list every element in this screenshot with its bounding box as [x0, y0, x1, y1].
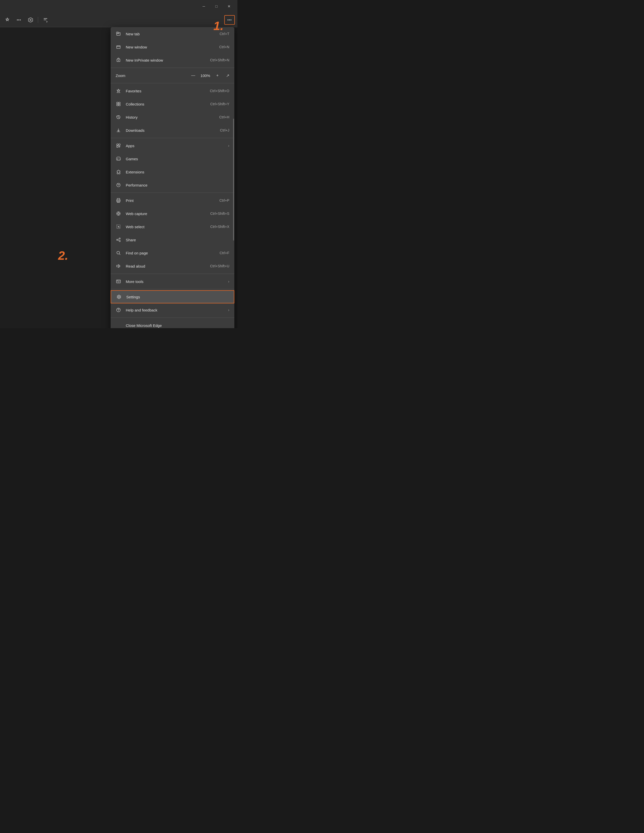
menu-item-web-capture[interactable]: Web capture Ctrl+Shift+S: [111, 207, 234, 220]
zoom-row: Zoom — 100% + ↗: [111, 69, 234, 82]
more-toolbar-icon[interactable]: •••: [14, 15, 24, 25]
svg-rect-14: [117, 104, 118, 106]
menu-item-collections[interactable]: Collections Ctrl+Shift+Y: [111, 97, 234, 111]
browser-menu-dropdown: New tab Ctrl+T New window Ctrl+N New InP…: [111, 27, 234, 328]
toolbar-separator: [38, 17, 38, 23]
menu-item-web-select[interactable]: Web select Ctrl+Shift+X: [111, 220, 234, 233]
more-tools-icon: [116, 279, 121, 284]
svg-point-27: [118, 185, 119, 185]
menu-scrollbar-thumb: [233, 119, 234, 241]
svg-point-26: [119, 159, 120, 159]
svg-rect-7: [117, 46, 120, 48]
svg-point-41: [119, 241, 121, 242]
divider-5: [111, 273, 234, 274]
menu-item-find-on-page[interactable]: Find on page Ctrl+F: [111, 246, 234, 259]
menu-item-games[interactable]: Games: [111, 152, 234, 165]
divider-3: [111, 138, 234, 138]
reading-list-icon[interactable]: [41, 15, 50, 25]
find-icon: [116, 250, 121, 256]
svg-point-50: [118, 296, 120, 298]
games-icon: [116, 156, 121, 162]
menu-item-history[interactable]: History Ctrl+H: [111, 111, 234, 124]
svg-point-10: [118, 60, 119, 61]
menu-item-more-tools[interactable]: More tools ›: [111, 275, 234, 288]
svg-rect-13: [119, 102, 120, 104]
step2-badge: 2.: [58, 249, 68, 262]
close-edge-icon: [116, 323, 121, 328]
downloads-icon: [116, 127, 121, 133]
browser-toolbar: ••• 1. •••: [0, 13, 237, 27]
apps-icon: [116, 143, 121, 148]
performance-icon: [116, 182, 121, 188]
svg-point-25: [119, 159, 119, 159]
history-icon: [116, 114, 121, 120]
share-icon: [116, 237, 121, 243]
read-aloud-icon: [116, 263, 121, 269]
zoom-plus-button[interactable]: +: [214, 72, 221, 79]
svg-rect-1: [44, 19, 46, 20]
menu-item-settings[interactable]: Settings: [111, 290, 234, 304]
close-button[interactable]: ✕: [223, 2, 235, 11]
svg-rect-46: [116, 280, 121, 283]
menu-item-help-feedback[interactable]: Help and feedback ›: [111, 304, 234, 317]
svg-rect-28: [117, 198, 120, 199]
svg-rect-15: [119, 104, 120, 106]
help-icon: [116, 307, 121, 313]
settings-icon: [116, 294, 122, 300]
new-tab-icon: [116, 31, 121, 37]
menu-item-performance[interactable]: Performance: [111, 178, 234, 191]
menu-item-read-aloud[interactable]: Read aloud Ctrl+Shift+U: [111, 259, 234, 273]
svg-point-39: [119, 238, 121, 239]
menu-item-favorites[interactable]: Favorites Ctrl+Shift+O: [111, 84, 234, 97]
menu-item-downloads[interactable]: Downloads Ctrl+J: [111, 124, 234, 137]
collections-icon: [116, 101, 121, 107]
menu-item-inprivate[interactable]: New InPrivate window Ctrl+Shift+N: [111, 53, 234, 67]
svg-point-52: [118, 311, 119, 312]
menu-item-apps[interactable]: Apps ›: [111, 139, 234, 152]
svg-line-43: [118, 240, 119, 241]
divider-1: [111, 68, 234, 68]
web-select-icon: [116, 224, 121, 230]
new-window-icon: [116, 44, 121, 50]
step1-badge: 1.: [213, 19, 224, 33]
menu-item-share[interactable]: Share: [111, 233, 234, 246]
menu-item-new-window[interactable]: New window Ctrl+N: [111, 40, 234, 53]
favorites-icon[interactable]: [3, 15, 12, 25]
svg-rect-19: [119, 144, 120, 145]
svg-point-33: [118, 213, 119, 214]
extensions-icon: [116, 169, 121, 175]
favorites-menu-icon: [116, 88, 121, 94]
svg-rect-18: [117, 144, 118, 145]
svg-line-42: [118, 239, 119, 240]
web-capture-icon: [116, 211, 121, 216]
svg-rect-0: [44, 18, 47, 19]
svg-rect-20: [117, 146, 118, 148]
zoom-minus-button[interactable]: —: [190, 72, 197, 79]
menu-item-close-edge[interactable]: Close Microsoft Edge: [111, 319, 234, 328]
minimize-button[interactable]: ─: [198, 2, 209, 11]
zoom-value: 100%: [200, 74, 211, 78]
title-bar: ─ □ ✕: [0, 0, 237, 13]
print-icon: [116, 198, 121, 203]
inprivate-icon: [116, 57, 121, 63]
apps-chevron: ›: [228, 144, 229, 148]
menu-item-print[interactable]: Print Ctrl+P: [111, 194, 234, 207]
help-chevron: ›: [228, 308, 229, 312]
menu-scrollbar[interactable]: [233, 27, 234, 328]
zoom-fullscreen-button[interactable]: ↗: [226, 73, 229, 78]
extensions-gear-icon[interactable]: [26, 15, 35, 25]
divider-4: [111, 193, 234, 193]
svg-line-45: [119, 254, 120, 255]
browser-background: [0, 27, 126, 328]
restore-button[interactable]: □: [211, 2, 222, 11]
svg-rect-12: [117, 102, 118, 104]
menu-item-extensions[interactable]: Extensions: [111, 165, 234, 178]
browser-menu-button[interactable]: •••: [224, 15, 235, 25]
svg-point-40: [117, 239, 118, 241]
more-tools-chevron: ›: [228, 280, 229, 283]
